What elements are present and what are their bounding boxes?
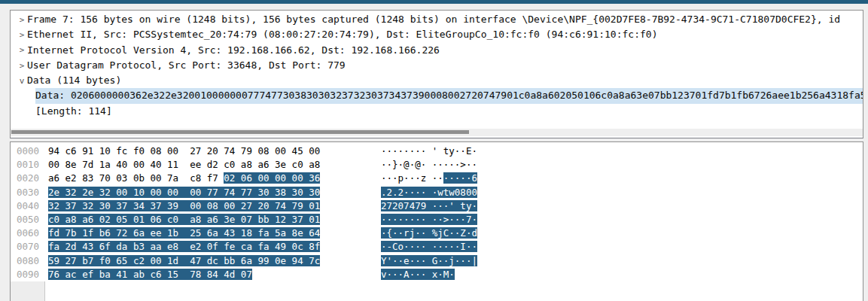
hex-row-bytes[interactable]: 59 27 b7 f0 65 c2 00 1d 47 dc bb 6a 99 0… bbox=[48, 254, 320, 268]
hex-row-bytes[interactable]: fa 2d 43 6f da b3 aa e8 e2 0f fe ca fa 4… bbox=[48, 240, 320, 254]
hex-bytes-plain: 00 8e 7d 1a 40 00 40 11 ee d2 c0 a8 a6 3… bbox=[48, 159, 320, 170]
hex-rows: 000094 c6 91 10 fc f0 08 00 27 20 74 79 … bbox=[11, 144, 863, 301]
detail-row-label: Data: 0206000000362e322e3200100000007774… bbox=[35, 88, 863, 103]
hex-row[interactable]: 008059 27 b7 f0 65 c2 00 1d 47 dc bb 6a … bbox=[11, 254, 863, 268]
hex-row-offset: 0050 bbox=[17, 213, 39, 227]
ascii-plain: ········ ' ty··E· bbox=[381, 145, 477, 157]
hex-row-ascii[interactable]: ·-Co···· ·····I·· bbox=[381, 240, 477, 254]
bytes-pane-corner bbox=[11, 281, 45, 301]
hex-bytes-selected: 59 27 b7 f0 65 c2 00 1d 47 dc bb 6a 99 0… bbox=[48, 255, 320, 266]
ascii-selected: ·-Co···· ·····I·· bbox=[381, 241, 477, 252]
hex-row-bytes[interactable]: 76 ac ef ba 41 ab c6 15 78 84 4d 07 bbox=[48, 268, 252, 281]
hex-row-bytes[interactable]: a6 e2 83 70 03 0b 00 7a c8 f7 02 06 00 0… bbox=[48, 172, 320, 185]
hex-row-offset: 0090 bbox=[17, 268, 39, 281]
hex-row-ascii[interactable]: ···p···z ·······6 bbox=[381, 172, 477, 185]
hex-row-bytes[interactable]: 32 37 32 30 37 34 37 39 00 08 00 27 20 7… bbox=[48, 199, 320, 213]
detail-row[interactable]: >Internet Protocol Version 4, Src: 192.1… bbox=[11, 43, 863, 58]
hex-row-ascii[interactable]: 27207479 ···' ty· bbox=[381, 199, 477, 213]
hex-row[interactable]: 0050c0 a8 a6 02 05 01 06 c0 a8 a6 3e 07 … bbox=[11, 213, 863, 227]
hex-row-bytes[interactable]: fd 7b 1f b6 72 6a ee 1b 25 6a 43 18 fa 5… bbox=[48, 227, 320, 240]
detail-row[interactable]: Data: 0206000000362e322e3200100000007774… bbox=[11, 88, 863, 103]
hex-bytes-plain: 94 c6 91 10 fc f0 08 00 27 20 74 79 08 0… bbox=[48, 145, 320, 157]
detail-row-label: Data (114 bytes) bbox=[27, 73, 863, 88]
detail-rows: >Frame 7: 156 bytes on wire (1248 bits),… bbox=[11, 12, 863, 119]
hex-row-offset: 0020 bbox=[17, 172, 39, 185]
hex-bytes-selected: fa 2d 43 6f da b3 aa e8 e2 0f fe ca fa 4… bbox=[48, 241, 320, 252]
chevron-collapsed-icon[interactable]: > bbox=[17, 30, 27, 40]
ascii-plain: ··}·@·@· ·····>·· bbox=[381, 159, 477, 170]
hex-bytes-selected: 2e 32 2e 32 00 10 00 00 00 77 74 77 30 3… bbox=[48, 187, 320, 198]
detail-row-label: Internet Protocol Version 4, Src: 192.16… bbox=[27, 43, 863, 58]
chevron-collapsed-icon[interactable]: > bbox=[17, 45, 27, 55]
ascii-selected: 27207479 ···' ty· bbox=[381, 200, 477, 211]
detail-row[interactable]: vData (114 bytes) bbox=[11, 73, 863, 88]
ascii-selected: v···A··· x·M· bbox=[381, 269, 455, 280]
hex-row-ascii[interactable]: v···A··· x·M· bbox=[381, 268, 455, 281]
hex-row-bytes[interactable]: 2e 32 2e 32 00 10 00 00 00 77 74 77 30 3… bbox=[48, 186, 320, 199]
hex-row-bytes[interactable]: 00 8e 7d 1a 40 00 40 11 ee d2 c0 a8 a6 3… bbox=[48, 158, 320, 172]
detail-row[interactable]: [Length: 114] bbox=[11, 104, 863, 119]
hex-bytes-selected: 32 37 32 30 37 34 37 39 00 08 00 27 20 7… bbox=[48, 200, 320, 211]
hex-row-offset: 0070 bbox=[17, 240, 39, 254]
hex-row-ascii[interactable]: ········ ··>···7· bbox=[381, 213, 477, 227]
hex-bytes-selected: 02 06 00 00 00 36 bbox=[224, 172, 320, 184]
hex-row[interactable]: 004032 37 32 30 37 34 37 39 00 08 00 27 … bbox=[11, 199, 863, 213]
detail-horizontal-scrollbar-thumb[interactable] bbox=[11, 130, 469, 134]
hex-row[interactable]: 0070fa 2d 43 6f da b3 aa e8 e2 0f fe ca … bbox=[11, 240, 863, 254]
hex-row-bytes[interactable]: c0 a8 a6 02 05 01 06 c0 a8 a6 3e 07 bb 1… bbox=[48, 213, 320, 227]
hex-row-bytes[interactable]: 94 c6 91 10 fc f0 08 00 27 20 74 79 08 0… bbox=[48, 144, 320, 158]
hex-row-offset: 0040 bbox=[17, 199, 39, 213]
detail-row[interactable]: >User Datagram Protocol, Src Port: 33648… bbox=[11, 58, 863, 73]
hex-row-offset: 0080 bbox=[17, 254, 39, 268]
hex-row-ascii[interactable]: ··}·@·@· ·····>·· bbox=[381, 158, 477, 172]
hex-row-offset: 0010 bbox=[17, 158, 39, 172]
hex-row-offset: 0000 bbox=[17, 144, 39, 158]
packet-bytes-pane: 000094 c6 91 10 fc f0 08 00 27 20 74 79 … bbox=[10, 141, 863, 301]
hex-row[interactable]: 009076 ac ef ba 41 ab c6 15 78 84 4d 07v… bbox=[11, 268, 863, 281]
hex-row-offset: 0030 bbox=[17, 186, 39, 199]
ascii-selected: ········ ··>···7· bbox=[381, 214, 477, 225]
detail-horizontal-scrollbar[interactable] bbox=[11, 129, 863, 136]
ascii-selected: .2.2···· ·wtw0800 bbox=[381, 187, 477, 198]
chevron-collapsed-icon[interactable]: > bbox=[17, 61, 27, 71]
hex-row-ascii[interactable]: ········ ' ty··E· bbox=[381, 144, 477, 158]
detail-row[interactable]: >Ethernet II, Src: PCSSystemtec_20:74:79… bbox=[11, 27, 863, 42]
packet-list-cropped-row bbox=[0, 0, 868, 4]
hex-bytes-plain: a6 e2 83 70 03 0b 00 7a c8 f7 bbox=[48, 172, 224, 184]
ascii-plain: ···p···z ·· bbox=[381, 172, 443, 184]
hex-row[interactable]: 0060fd 7b 1f b6 72 6a ee 1b 25 6a 43 18 … bbox=[11, 227, 863, 240]
ascii-selected: ·{··rj·· %jC··Z·d bbox=[381, 227, 477, 239]
hex-row[interactable]: 0020a6 e2 83 70 03 0b 00 7a c8 f7 02 06 … bbox=[11, 172, 863, 185]
hex-row-ascii[interactable]: Y'··e··· G··j···| bbox=[381, 254, 477, 268]
hex-row-ascii[interactable]: .2.2···· ·wtw0800 bbox=[381, 186, 477, 199]
chevron-collapsed-icon[interactable]: > bbox=[17, 15, 27, 25]
hex-bytes-selected: 76 ac ef ba 41 ab c6 15 78 84 4d 07 bbox=[48, 269, 252, 280]
hex-row-ascii[interactable]: ·{··rj·· %jC··Z·d bbox=[381, 227, 477, 240]
detail-row-label: [Length: 114] bbox=[35, 104, 863, 119]
detail-row-label: Ethernet II, Src: PCSSystemtec_20:74:79 … bbox=[27, 27, 863, 42]
chevron-expanded-icon[interactable]: v bbox=[17, 76, 27, 86]
hex-row[interactable]: 000094 c6 91 10 fc f0 08 00 27 20 74 79 … bbox=[11, 144, 863, 158]
hex-row-offset: 0060 bbox=[17, 227, 39, 240]
packet-detail-pane: >Frame 7: 156 bytes on wire (1248 bits),… bbox=[10, 10, 863, 138]
detail-row-label: Frame 7: 156 bytes on wire (1248 bits), … bbox=[27, 12, 863, 27]
ascii-selected: ·····6 bbox=[443, 172, 477, 184]
hex-row[interactable]: 001000 8e 7d 1a 40 00 40 11 ee d2 c0 a8 … bbox=[11, 158, 863, 172]
hex-bytes-selected: c0 a8 a6 02 05 01 06 c0 a8 a6 3e 07 bb 1… bbox=[48, 214, 320, 225]
hex-bytes-selected: fd 7b 1f b6 72 6a ee 1b 25 6a 43 18 fa 5… bbox=[48, 227, 320, 239]
detail-row[interactable]: >Frame 7: 156 bytes on wire (1248 bits),… bbox=[11, 12, 863, 27]
detail-row-label: User Datagram Protocol, Src Port: 33648,… bbox=[27, 58, 863, 73]
ascii-selected: Y'··e··· G··j···| bbox=[381, 255, 477, 266]
hex-row[interactable]: 00302e 32 2e 32 00 10 00 00 00 77 74 77 … bbox=[11, 186, 863, 199]
